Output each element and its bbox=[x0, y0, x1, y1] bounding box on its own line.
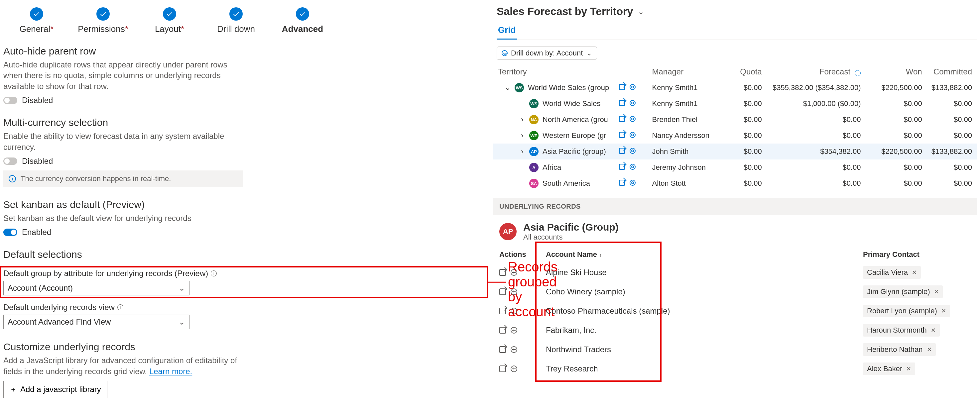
col-account-name[interactable]: Account Name ↑ bbox=[540, 246, 857, 263]
record-row[interactable]: Northwind TradersHeriberto Nathan✕ bbox=[493, 340, 977, 359]
open-record-icon[interactable] bbox=[499, 365, 506, 372]
remove-contact-icon[interactable]: ✕ bbox=[912, 269, 917, 276]
owner-icon[interactable] bbox=[630, 132, 636, 138]
open-record-icon[interactable] bbox=[499, 288, 506, 295]
contact-chip[interactable]: Robert Lyon (sample)✕ bbox=[863, 305, 950, 317]
forecast-cell: $355,382.00 ($354,382.00) bbox=[767, 80, 865, 96]
forecast-row[interactable]: ›NANorth America (grouBrenden Thiel$0.00… bbox=[493, 112, 977, 127]
add-record-icon[interactable] bbox=[511, 288, 517, 295]
remove-contact-icon[interactable]: ✕ bbox=[927, 346, 932, 353]
record-row[interactable]: Alpine Ski HouseCacilia Viera✕ bbox=[493, 263, 977, 282]
underlying-group-header: AP Asia Pacific (Group) All accounts bbox=[493, 215, 977, 243]
contact-chip[interactable]: Jim Glynn (sample)✕ bbox=[863, 286, 943, 298]
add-record-icon[interactable] bbox=[511, 327, 517, 334]
share-icon[interactable] bbox=[619, 180, 625, 186]
forecast-title[interactable]: Sales Forecast by Territory bbox=[496, 5, 633, 17]
col-primary-contact[interactable]: Primary Contact bbox=[857, 246, 977, 263]
share-icon[interactable] bbox=[619, 132, 625, 138]
manager-cell: Alton Stott bbox=[647, 175, 716, 191]
territory-name: World Wide Sales bbox=[542, 99, 600, 108]
territory-name: South America bbox=[542, 179, 590, 188]
record-row[interactable]: Fabrikam, Inc.Haroun Stormonth✕ bbox=[493, 321, 977, 340]
account-name-cell: Fabrikam, Inc. bbox=[540, 321, 857, 340]
owner-icon[interactable] bbox=[630, 164, 636, 170]
drill-down-pill[interactable]: Drill down by: Account ⌄ bbox=[496, 46, 597, 60]
account-name-cell: Trey Research bbox=[540, 359, 857, 378]
quota-cell: $0.00 bbox=[716, 112, 766, 127]
chevron-down-icon[interactable]: ⌄ bbox=[638, 7, 644, 16]
col-quota[interactable]: Quota bbox=[716, 64, 766, 80]
remove-contact-icon[interactable]: ✕ bbox=[906, 365, 911, 372]
expand-icon[interactable]: ⌄ bbox=[504, 83, 511, 92]
tab-grid[interactable]: Grid bbox=[496, 22, 517, 40]
territory-badge: AP bbox=[529, 147, 539, 156]
won-cell: $0.00 bbox=[865, 159, 926, 175]
contact-chip[interactable]: Cacilia Viera✕ bbox=[863, 266, 921, 279]
expand-icon[interactable]: › bbox=[519, 131, 525, 140]
add-record-icon[interactable] bbox=[511, 365, 517, 372]
record-row[interactable]: Trey ResearchAlex Baker✕ bbox=[493, 359, 977, 378]
forecast-row[interactable]: AAfricaJeremy Johnson$0.00$0.00$0.00$0.0… bbox=[493, 159, 977, 175]
territory-badge: A bbox=[529, 163, 539, 172]
remove-contact-icon[interactable]: ✕ bbox=[931, 327, 936, 334]
forecast-row[interactable]: ›APAsia Pacific (group)John Smith$0.00$3… bbox=[493, 143, 977, 159]
owner-icon[interactable] bbox=[630, 116, 636, 122]
forecast-row[interactable]: WSWorld Wide SalesKenny Smith1$0.00$1,00… bbox=[493, 96, 977, 112]
territory-badge: WE bbox=[529, 131, 539, 140]
forecast-cell: $0.00 bbox=[767, 175, 865, 191]
record-row[interactable]: Contoso Pharmaceuticals (sample)Robert L… bbox=[493, 301, 977, 321]
col-committed[interactable]: Committed bbox=[927, 64, 977, 80]
contact-chip[interactable]: Haroun Stormonth✕ bbox=[863, 324, 940, 337]
committed-cell: $0.00 bbox=[927, 96, 977, 112]
record-row[interactable]: Coho Winery (sample)Jim Glynn (sample)✕ bbox=[493, 282, 977, 301]
add-record-icon[interactable] bbox=[511, 269, 517, 276]
quota-cell: $0.00 bbox=[716, 143, 766, 159]
underlying-records-header: UNDERLYING RECORDS bbox=[493, 198, 977, 215]
account-name-cell: Alpine Ski House bbox=[540, 263, 857, 282]
territory-name: Western Europe (gr bbox=[542, 131, 606, 140]
col-manager[interactable]: Manager bbox=[647, 64, 716, 80]
remove-contact-icon[interactable]: ✕ bbox=[941, 307, 946, 315]
col-territory[interactable]: Territory bbox=[493, 64, 614, 80]
share-icon[interactable] bbox=[619, 148, 625, 154]
territory-name: Africa bbox=[542, 163, 561, 172]
manager-cell: Kenny Smith1 bbox=[647, 96, 716, 112]
account-name-cell: Northwind Traders bbox=[540, 340, 857, 359]
group-badge: AP bbox=[499, 223, 517, 240]
contact-chip[interactable]: Heriberto Nathan✕ bbox=[863, 343, 936, 356]
territory-name: North America (grou bbox=[542, 115, 608, 124]
group-name: Asia Pacific (Group) bbox=[523, 222, 619, 233]
open-record-icon[interactable] bbox=[499, 327, 506, 334]
remove-contact-icon[interactable]: ✕ bbox=[934, 288, 939, 295]
info-icon[interactable]: i bbox=[855, 70, 861, 76]
expand-icon[interactable]: › bbox=[519, 147, 525, 156]
won-cell: $0.00 bbox=[865, 127, 926, 143]
share-icon[interactable] bbox=[619, 84, 625, 90]
forecast-row[interactable]: ›WEWestern Europe (grNancy Andersson$0.0… bbox=[493, 127, 977, 143]
open-record-icon[interactable] bbox=[499, 308, 506, 315]
add-record-icon[interactable] bbox=[511, 346, 517, 353]
owner-icon[interactable] bbox=[630, 148, 636, 154]
open-record-icon[interactable] bbox=[499, 346, 506, 353]
forecast-row[interactable]: ⌄WSWorld Wide Sales (groupKenny Smith1$0… bbox=[493, 80, 977, 96]
owner-icon[interactable] bbox=[630, 100, 636, 106]
add-record-icon[interactable] bbox=[511, 308, 517, 315]
col-won[interactable]: Won bbox=[865, 64, 926, 80]
col-forecast[interactable]: Forecast i bbox=[767, 64, 865, 80]
share-icon[interactable] bbox=[619, 100, 625, 106]
quota-cell: $0.00 bbox=[716, 175, 766, 191]
quota-cell: $0.00 bbox=[716, 159, 766, 175]
territory-name: World Wide Sales (group bbox=[528, 83, 609, 92]
quota-cell: $0.00 bbox=[716, 127, 766, 143]
committed-cell: $0.00 bbox=[927, 127, 977, 143]
contact-chip[interactable]: Alex Baker✕ bbox=[863, 362, 915, 375]
col-icons bbox=[614, 64, 648, 80]
expand-icon[interactable]: › bbox=[519, 115, 525, 124]
owner-icon[interactable] bbox=[630, 180, 636, 186]
forecast-row[interactable]: SASouth AmericaAlton Stott$0.00$0.00$0.0… bbox=[493, 175, 977, 191]
won-cell: $0.00 bbox=[865, 96, 926, 112]
share-icon[interactable] bbox=[619, 116, 625, 122]
open-record-icon[interactable] bbox=[499, 269, 506, 276]
share-icon[interactable] bbox=[619, 164, 625, 170]
owner-icon[interactable] bbox=[630, 84, 636, 90]
